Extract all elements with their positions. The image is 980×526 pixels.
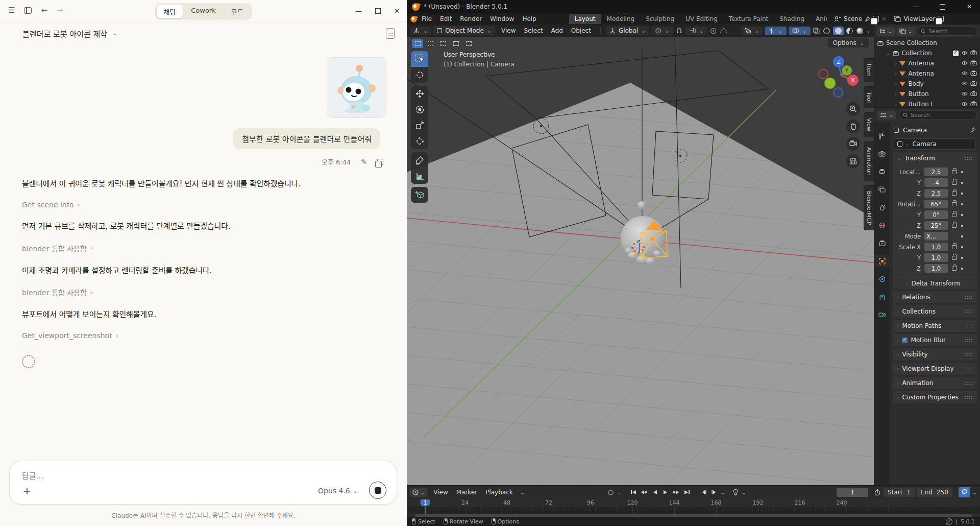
animate-dot-icon[interactable]	[961, 193, 963, 195]
tool-scale-icon[interactable]	[411, 117, 428, 133]
mode-selector[interactable]: Object Mode ⌄	[433, 26, 495, 35]
object-name-field[interactable]: ⌄ Camera	[894, 138, 976, 150]
select-mode-new-icon[interactable]	[412, 39, 423, 48]
panel-header[interactable]: ›Motion Blur::::	[893, 334, 977, 346]
orthographic-grid-icon[interactable]	[846, 154, 860, 168]
tool-rotate-icon[interactable]	[411, 102, 428, 117]
close-button[interactable]: ✕	[394, 7, 400, 15]
overlays-toggle[interactable]: ⌄	[789, 27, 811, 35]
properties-tab-tool-icon[interactable]	[874, 130, 890, 142]
select-mode-extend-icon[interactable]	[425, 39, 436, 48]
drag-handle-icon[interactable]: ::::	[965, 309, 973, 314]
transform-panel-header[interactable]: ⌄ Transform ::::	[893, 152, 977, 164]
copy-icon[interactable]	[377, 159, 383, 165]
menu-window[interactable]: Window	[486, 14, 518, 23]
tab-Cowork[interactable]: Cowork	[184, 5, 223, 18]
tool-measure-icon[interactable]	[411, 168, 428, 184]
pin-icon[interactable]	[865, 16, 870, 22]
properties-tab-data-icon[interactable]	[874, 308, 890, 321]
frame-start-field[interactable]: Start 1	[884, 488, 915, 497]
animate-dot-icon[interactable]	[961, 235, 963, 237]
unlink-x-icon[interactable]: ✕	[881, 15, 887, 22]
edit-pencil-icon[interactable]: ✎	[361, 158, 367, 166]
chevron-down-icon[interactable]: ⌄	[720, 489, 725, 496]
lock-icon[interactable]	[952, 170, 957, 174]
blender-titlebar[interactable]: * (Unsaved) - Blender 5.0.1 — ✕	[407, 0, 980, 13]
current-frame-field[interactable]: 1	[837, 488, 868, 497]
transform-value-field[interactable]: 1.0	[924, 264, 948, 273]
lock-icon[interactable]	[952, 256, 957, 260]
menu-edit[interactable]: Edit	[436, 14, 456, 23]
eye-icon[interactable]	[961, 50, 968, 57]
forward-arrow-icon[interactable]: →	[57, 7, 63, 14]
sidebar-tab-animation[interactable]: Animation	[864, 141, 874, 181]
eye-icon[interactable]	[961, 90, 968, 98]
reply-input[interactable]: 답글...	[22, 470, 43, 481]
properties-search-input[interactable]	[911, 112, 973, 118]
eye-icon[interactable]	[961, 80, 968, 87]
drag-handle-icon[interactable]: ::::	[965, 323, 973, 328]
attached-robot-image[interactable]	[327, 57, 386, 118]
workspace-tab-animation[interactable]: Animation	[810, 14, 827, 24]
select-mode-invert-icon[interactable]	[450, 39, 461, 48]
shading-wireframe-icon[interactable]	[823, 27, 831, 35]
outliner-row-object[interactable]: ›Button	[874, 89, 980, 99]
timeline-menu-marker[interactable]: Marker	[452, 488, 481, 497]
panel-header[interactable]: ›Custom Properties::::	[893, 391, 977, 403]
panel-header[interactable]: ›Motion Paths::::	[893, 320, 977, 332]
transform-value-field[interactable]: 25°	[924, 221, 948, 230]
add-attachment-button[interactable]: +	[21, 485, 33, 497]
transform-value-field[interactable]: 2.5	[924, 168, 948, 176]
drag-handle-icon[interactable]: ::::	[965, 395, 973, 400]
camera-visibility-icon[interactable]	[970, 70, 977, 77]
outliner-row-object[interactable]: ›Antenna	[874, 58, 980, 68]
step-back-button[interactable]	[699, 488, 708, 497]
snap-magnet-icon[interactable]	[675, 27, 683, 35]
3d-viewport[interactable]: Options ⌄ User Perspective (1) Collectio…	[407, 37, 874, 485]
panel-header[interactable]: ›Visibility::::	[893, 348, 977, 361]
sidebar-tab-blendermcp[interactable]: BlenderMCP	[864, 185, 874, 230]
jump-to-end-button[interactable]	[682, 488, 692, 497]
workspace-tab-shading[interactable]: Shading	[774, 14, 810, 24]
shading-solid-active[interactable]	[833, 27, 844, 35]
minimize-button[interactable]: —	[912, 3, 918, 10]
delta-transform-header[interactable]: › Delta Transform	[893, 277, 977, 289]
viewport-options-button[interactable]: Options ⌄	[828, 38, 869, 47]
step-forward-button[interactable]	[709, 488, 719, 497]
transform-value-field[interactable]: 1.0	[924, 253, 948, 262]
properties-tab-view-layer-icon[interactable]	[874, 183, 890, 196]
checkbox-icon[interactable]	[902, 338, 908, 343]
shading-material-icon[interactable]	[846, 27, 854, 35]
camera-visibility-icon[interactable]	[970, 101, 977, 108]
drag-handle-icon[interactable]: ::::	[965, 352, 973, 357]
camera-visibility-icon[interactable]	[970, 60, 977, 67]
transform-value-field[interactable]: 2.5	[924, 189, 948, 198]
viewport-menu-object[interactable]: Object	[567, 26, 595, 35]
sidebar-tab-item[interactable]: Item	[864, 58, 874, 82]
notes-document-icon[interactable]	[386, 28, 395, 39]
outliner-filter[interactable]: ⌄	[897, 27, 915, 36]
timeline-band[interactable]	[407, 507, 980, 514]
camera-visibility-icon[interactable]	[970, 80, 977, 87]
transform-value-field[interactable]: -4	[924, 178, 948, 187]
properties-tab-world-icon[interactable]	[874, 219, 890, 231]
blender-app-icon[interactable]	[410, 16, 417, 22]
playhead-frame-label[interactable]: 1	[421, 499, 430, 506]
tool-call-link[interactable]: blender 통합 사용함›	[22, 243, 386, 253]
checkbox-icon[interactable]	[953, 51, 959, 56]
next-keyframe-button[interactable]	[671, 488, 681, 497]
tool-add-cube-icon[interactable]	[411, 187, 428, 203]
drag-handle-icon[interactable]: ::::	[965, 380, 973, 386]
panel-header[interactable]: ›Collections::::	[893, 305, 977, 318]
properties-tab-constraints-icon[interactable]	[874, 291, 890, 303]
previous-keyframe-button[interactable]	[639, 488, 649, 497]
workspace-tab-layout[interactable]: Layout	[569, 14, 601, 24]
outliner-search[interactable]	[917, 27, 977, 36]
select-mode-subtract-icon[interactable]	[437, 39, 449, 48]
properties-tab-render-icon[interactable]	[874, 148, 890, 160]
chevron-down-icon[interactable]: ⌄	[972, 489, 977, 496]
animate-dot-icon[interactable]	[961, 182, 963, 184]
camera-view-icon[interactable]	[846, 137, 860, 151]
lock-icon[interactable]	[952, 192, 957, 196]
conversation-title-row[interactable]: 블렌더로 로봇 아이콘 제작 ⌄	[22, 28, 117, 39]
